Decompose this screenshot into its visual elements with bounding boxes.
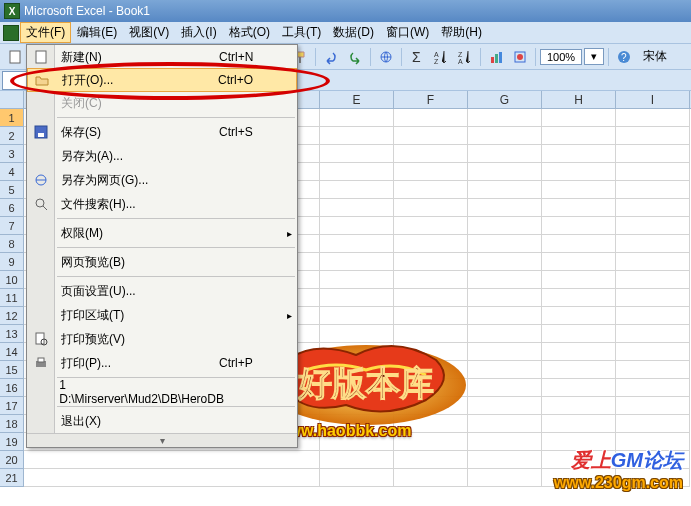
- row-header[interactable]: 10: [0, 271, 24, 289]
- font-name-label[interactable]: 宋体: [637, 48, 667, 65]
- cell[interactable]: [616, 325, 690, 343]
- row-header[interactable]: 11: [0, 289, 24, 307]
- menu-item-close[interactable]: 关闭(C): [27, 91, 297, 115]
- menu-expand-chevron[interactable]: ▾: [27, 433, 297, 447]
- zoom-combo[interactable]: 100%▾: [540, 48, 604, 65]
- cell[interactable]: [616, 163, 690, 181]
- row-header[interactable]: 21: [0, 469, 24, 487]
- menu-item-print-preview[interactable]: 打印预览(V): [27, 327, 297, 351]
- cell[interactable]: [542, 433, 616, 451]
- cell[interactable]: [468, 127, 542, 145]
- menu-item-file-search[interactable]: 文件搜索(H)...: [27, 192, 297, 216]
- menu-item-web-preview[interactable]: 网页预览(B): [27, 250, 297, 274]
- row-header[interactable]: 5: [0, 181, 24, 199]
- cell[interactable]: [394, 415, 468, 433]
- cell[interactable]: [616, 415, 690, 433]
- cell[interactable]: [542, 181, 616, 199]
- cell[interactable]: [320, 271, 394, 289]
- cell[interactable]: [394, 271, 468, 289]
- cell[interactable]: [468, 181, 542, 199]
- menu-help[interactable]: 帮助(H): [435, 22, 488, 43]
- cell[interactable]: [616, 343, 690, 361]
- row-header[interactable]: 19: [0, 433, 24, 451]
- cell[interactable]: [542, 307, 616, 325]
- menu-item-permission[interactable]: 权限(M) ▸: [27, 221, 297, 245]
- cell[interactable]: [542, 163, 616, 181]
- row-header[interactable]: 15: [0, 361, 24, 379]
- cell[interactable]: [320, 163, 394, 181]
- row-header[interactable]: 1: [0, 109, 24, 127]
- row-header[interactable]: 8: [0, 235, 24, 253]
- menu-tools[interactable]: 工具(T): [276, 22, 327, 43]
- cell[interactable]: [468, 109, 542, 127]
- cell[interactable]: [468, 415, 542, 433]
- menu-item-exit[interactable]: 退出(X): [27, 409, 297, 433]
- cell[interactable]: [616, 469, 690, 487]
- cell[interactable]: [468, 145, 542, 163]
- row-header[interactable]: 12: [0, 307, 24, 325]
- cell[interactable]: [394, 361, 468, 379]
- col-header[interactable]: I: [616, 91, 690, 108]
- drawing-button[interactable]: [509, 46, 531, 68]
- cell[interactable]: [616, 109, 690, 127]
- cell[interactable]: [542, 253, 616, 271]
- cell[interactable]: [468, 361, 542, 379]
- cell[interactable]: [394, 289, 468, 307]
- menu-data[interactable]: 数据(D): [327, 22, 380, 43]
- cell[interactable]: [320, 289, 394, 307]
- cell[interactable]: [468, 199, 542, 217]
- cell[interactable]: [394, 397, 468, 415]
- row-header[interactable]: 14: [0, 343, 24, 361]
- cell[interactable]: [320, 199, 394, 217]
- cell[interactable]: [468, 271, 542, 289]
- cell[interactable]: [468, 379, 542, 397]
- menu-format[interactable]: 格式(O): [223, 22, 276, 43]
- menu-item-save[interactable]: 保存(S) Ctrl+S: [27, 120, 297, 144]
- cell[interactable]: [468, 469, 542, 487]
- workbook-icon[interactable]: [3, 25, 19, 41]
- menu-window[interactable]: 窗口(W): [380, 22, 435, 43]
- cell[interactable]: [542, 217, 616, 235]
- col-header[interactable]: E: [320, 91, 394, 108]
- cell[interactable]: [468, 325, 542, 343]
- cell[interactable]: [394, 217, 468, 235]
- cell[interactable]: [320, 217, 394, 235]
- cell[interactable]: [468, 451, 542, 469]
- cell[interactable]: [616, 235, 690, 253]
- help-button[interactable]: ?: [613, 46, 635, 68]
- cell[interactable]: [616, 253, 690, 271]
- menu-item-print-area[interactable]: 打印区域(T) ▸: [27, 303, 297, 327]
- cell[interactable]: [616, 307, 690, 325]
- cell[interactable]: [320, 433, 394, 451]
- cell[interactable]: [542, 145, 616, 163]
- cell[interactable]: [542, 325, 616, 343]
- cell[interactable]: [320, 307, 394, 325]
- menu-item-open[interactable]: 打开(O)... Ctrl+O: [27, 68, 297, 92]
- cell[interactable]: [394, 109, 468, 127]
- cell[interactable]: [320, 253, 394, 271]
- menu-item-print[interactable]: 打印(P)... Ctrl+P: [27, 351, 297, 375]
- cell[interactable]: [616, 199, 690, 217]
- cell[interactable]: [320, 451, 394, 469]
- cell[interactable]: [320, 235, 394, 253]
- cell[interactable]: [24, 451, 320, 469]
- cell[interactable]: [542, 469, 616, 487]
- row-header[interactable]: 13: [0, 325, 24, 343]
- cell[interactable]: [320, 343, 394, 361]
- row-header[interactable]: 4: [0, 163, 24, 181]
- cell[interactable]: [394, 469, 468, 487]
- cell[interactable]: [468, 163, 542, 181]
- cell[interactable]: [468, 217, 542, 235]
- cell[interactable]: [542, 127, 616, 145]
- cell[interactable]: [394, 307, 468, 325]
- cell[interactable]: [616, 181, 690, 199]
- select-all-corner[interactable]: [0, 91, 24, 108]
- cell[interactable]: [616, 361, 690, 379]
- menu-file[interactable]: 文件(F): [20, 22, 71, 43]
- cell[interactable]: [320, 127, 394, 145]
- cell[interactable]: [616, 127, 690, 145]
- row-header[interactable]: 18: [0, 415, 24, 433]
- cell[interactable]: [394, 451, 468, 469]
- cell[interactable]: [542, 199, 616, 217]
- undo-button[interactable]: [320, 46, 342, 68]
